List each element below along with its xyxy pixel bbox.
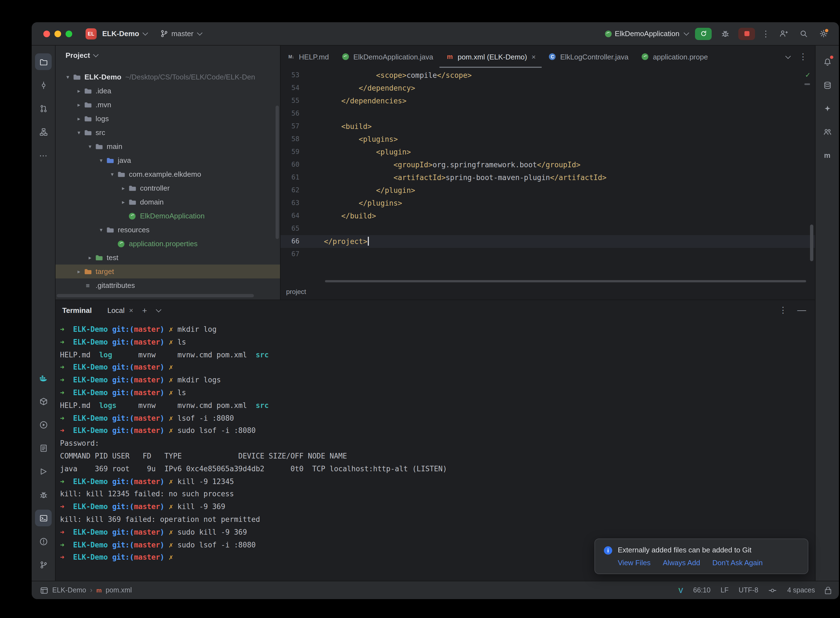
branch-widget[interactable]: master — [160, 29, 202, 38]
tab-list-chevron-icon[interactable] — [785, 53, 791, 59]
tool-button-run[interactable] — [35, 416, 52, 433]
folder-java-icon — [105, 156, 114, 165]
tree-item-controller[interactable]: ▸controller — [56, 181, 280, 195]
editor-vertical-scrollbar[interactable] — [810, 224, 813, 261]
tree-item-com-example-elkdemo[interactable]: ▾com.example.elkdemo — [56, 167, 280, 181]
tree-item-src[interactable]: ▾src — [56, 126, 280, 140]
tab-label: pom.xml (ELK-Demo) — [458, 52, 527, 61]
chevron-right-icon[interactable]: ▸ — [74, 269, 83, 275]
tool-button-terminal[interactable] — [35, 510, 52, 526]
terminal-tab-local[interactable]: Local × — [107, 306, 133, 314]
file-encoding[interactable]: UTF-8 — [739, 586, 758, 594]
chevron-right-icon[interactable]: ▸ — [119, 199, 128, 205]
tool-button-maven[interactable]: m — [819, 147, 836, 163]
project-panel-header[interactable]: Project — [56, 46, 280, 64]
chevron-right-icon[interactable]: ▸ — [74, 102, 83, 108]
tool-button-project-folder[interactable] — [35, 53, 52, 70]
breadcrumb[interactable]: project — [280, 284, 815, 300]
tool-button-docker[interactable] — [35, 370, 52, 386]
tool-button-version-control[interactable] — [35, 556, 52, 573]
settings-button[interactable] — [817, 27, 830, 40]
debug-button[interactable] — [718, 27, 732, 40]
chevron-right-icon[interactable]: ▸ — [74, 116, 83, 122]
status-file[interactable]: pom.xml — [105, 586, 132, 594]
tab-options-icon[interactable]: ⋮ — [799, 52, 807, 62]
caret-position[interactable]: 66:10 — [693, 586, 711, 594]
tool-button-dependencies[interactable] — [35, 393, 52, 410]
tool-button-pull-requests[interactable] — [35, 100, 52, 117]
tree-item-idea[interactable]: ▸.idea — [56, 84, 280, 98]
close-button[interactable] — [43, 30, 50, 37]
tree-item-resources[interactable]: ▾resources — [56, 223, 280, 237]
chevron-down-icon[interactable]: ▾ — [108, 171, 117, 177]
new-session-icon[interactable]: + — [142, 305, 147, 315]
tool-button-todo[interactable] — [35, 440, 52, 456]
zoom-button[interactable] — [65, 30, 72, 37]
indent-setting[interactable]: 4 spaces — [787, 586, 815, 594]
project-horizontal-scrollbar[interactable] — [57, 294, 254, 297]
tree-item-target[interactable]: ▸target — [56, 264, 280, 278]
editor-tab-help-md[interactable]: M↓HELP.md — [280, 46, 335, 68]
more-actions-icon[interactable]: ⋮ — [762, 29, 770, 39]
editor-tab-elkdemoapplication-java[interactable]: ElkDemoApplication.java — [335, 46, 439, 68]
tool-button-ai-assistant[interactable] — [819, 100, 836, 117]
tree-item-test[interactable]: ▸test — [56, 251, 280, 264]
tool-button-database[interactable] — [819, 77, 836, 94]
always-add-link[interactable]: Always Add — [663, 559, 700, 567]
chevron-down-icon[interactable]: ▾ — [96, 227, 105, 233]
tool-button-structure[interactable] — [35, 123, 52, 140]
project-vertical-scrollbar[interactable] — [276, 105, 279, 239]
minimize-button[interactable] — [55, 30, 61, 37]
chevron-down-icon[interactable]: ▾ — [86, 143, 95, 150]
tree-item-logs[interactable]: ▸logs — [56, 112, 280, 126]
tool-button-problems[interactable] — [35, 533, 52, 550]
tree-item-domain[interactable]: ▸domain — [56, 195, 280, 209]
tool-button-code-with-me[interactable] — [819, 123, 836, 140]
chevron-right-icon[interactable]: ▸ — [74, 88, 83, 94]
chevron-down-icon[interactable]: ▾ — [63, 74, 72, 80]
search-button[interactable] — [797, 27, 810, 40]
code-area[interactable]: 53 <scope>compile</scope>54 </dependency… — [280, 68, 815, 284]
hide-panel-icon[interactable]: — — [797, 305, 806, 315]
tree-item-elkdemoapplication[interactable]: ElkDemoApplication — [56, 209, 280, 223]
rerun-button[interactable] — [695, 28, 712, 40]
markdown-icon: M↓ — [286, 52, 295, 61]
tool-button-notifications[interactable] — [819, 53, 836, 70]
inspections-ok-icon[interactable]: ✓ — [805, 71, 810, 79]
stop-button[interactable] — [738, 28, 755, 40]
close-icon[interactable]: × — [531, 52, 536, 61]
tree-item-mvn[interactable]: ▸.mvn — [56, 98, 280, 112]
run-config-widget[interactable]: ElkDemoApplication — [605, 30, 688, 38]
editor-tab-elklogcontroller-java[interactable]: CElkLogController.java — [542, 46, 635, 68]
breadcrumb-item[interactable]: project — [286, 288, 306, 296]
tree-item-java[interactable]: ▾java — [56, 153, 280, 167]
editor-tab-pom-xml-elk-demo[interactable]: mpom.xml (ELK-Demo)× — [439, 46, 542, 68]
status-project[interactable]: ELK-Demo — [52, 586, 86, 594]
tool-button-more[interactable]: ⋯ — [35, 147, 52, 163]
project-widget[interactable]: ELK-Demo — [102, 30, 147, 38]
chevron-down-icon[interactable] — [156, 306, 161, 312]
tool-button-debug[interactable] — [35, 486, 52, 503]
tool-button-services[interactable] — [35, 463, 52, 480]
tool-button-commit[interactable] — [35, 77, 52, 94]
code-with-me-button[interactable] — [777, 27, 790, 40]
chevron-down-icon[interactable]: ▾ — [96, 157, 105, 163]
checks-icon[interactable]: V — [678, 586, 683, 594]
tree-item-main[interactable]: ▾main — [56, 140, 280, 153]
don-t-ask-again-link[interactable]: Don't Ask Again — [712, 559, 763, 567]
close-icon[interactable]: × — [129, 306, 134, 314]
line-ending[interactable]: LF — [721, 586, 729, 594]
editor-tab-application-prope[interactable]: application.prope — [634, 46, 714, 68]
line-number: 56 — [280, 107, 300, 120]
chevron-right-icon[interactable]: ▸ — [119, 185, 128, 191]
lock-icon[interactable] — [825, 589, 831, 594]
chevron-right-icon[interactable]: ▸ — [86, 254, 95, 261]
chevron-down-icon[interactable]: ▾ — [74, 129, 83, 135]
tree-item-elk-demo[interactable]: ▾ELK-Demo~/Desktop/CS/Tools/ELK/Code/ELK… — [56, 70, 280, 84]
tree-item-application-properties[interactable]: application.properties — [56, 237, 280, 251]
view-files-link[interactable]: View Files — [618, 559, 650, 567]
tree-item-gitattributes[interactable]: ≡.gitattributes — [56, 278, 280, 292]
notification-dot — [830, 55, 834, 59]
terminal-options-icon[interactable]: ⋮ — [779, 305, 787, 315]
editor-horizontal-scrollbar[interactable] — [325, 280, 806, 282]
